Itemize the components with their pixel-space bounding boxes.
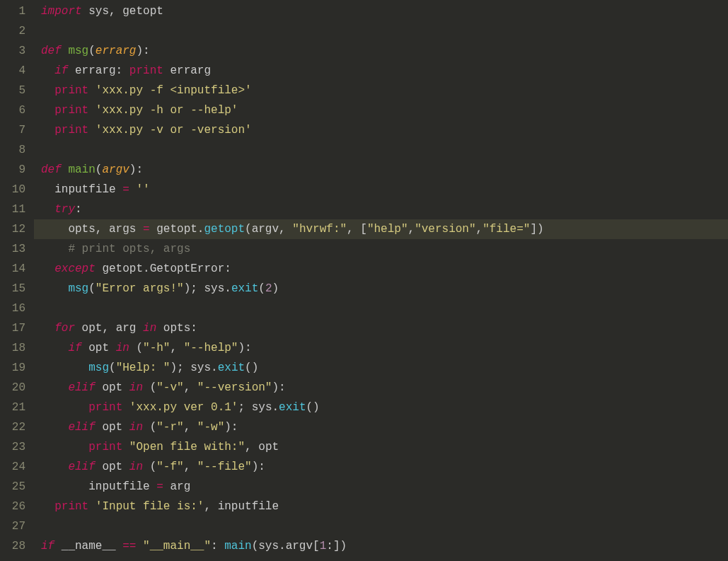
token-str: "Error args!" <box>96 282 184 295</box>
code-line[interactable]: elif opt in ("-f", "--file"): <box>41 457 728 477</box>
token-pun: ): <box>129 163 143 176</box>
token-kw2: print <box>54 104 88 117</box>
token-pun <box>41 500 54 513</box>
token-pun: ): <box>238 342 251 354</box>
line-number: 1 <box>0 1 25 21</box>
code-line[interactable]: print 'xxx.py -f <inputfile>' <box>41 81 728 100</box>
token-pun: ( <box>109 362 116 374</box>
code-line[interactable]: except getopt.GetoptError: <box>41 259 728 279</box>
code-line[interactable]: try: <box>41 199 728 219</box>
token-kw: elif <box>68 421 95 434</box>
code-line[interactable]: print 'xxx.py -h or --help' <box>41 100 728 120</box>
line-number: 19 <box>0 358 25 378</box>
line-number: 16 <box>0 299 25 318</box>
token-str: 'xxx.py -f <inputfile>' <box>96 84 252 97</box>
code-line[interactable]: for opt, arg in opts: <box>41 318 728 338</box>
token-pun: inputfile <box>41 183 122 196</box>
token-pun <box>88 500 96 513</box>
line-number: 17 <box>0 318 25 338</box>
line-number-gutter: 1234567891011121314151617181920212223242… <box>0 0 34 561</box>
token-kw: def <box>41 163 68 176</box>
token-pun <box>41 342 68 354</box>
line-number: 27 <box>0 516 25 536</box>
line-number: 11 <box>0 199 25 219</box>
code-area[interactable]: import sys, getopt def msg(errarg): if e… <box>34 0 728 561</box>
token-kw2: print <box>54 500 88 513</box>
code-line[interactable]: print 'xxx.py -v or -version' <box>41 120 728 140</box>
code-line[interactable]: if opt in ("-h", "--help"): <box>41 338 728 358</box>
token-kw: in <box>143 322 156 335</box>
code-line[interactable]: elif opt in ("-v", "--version"): <box>41 378 728 398</box>
token-kw2: print <box>54 124 88 137</box>
code-line[interactable]: def main(argv): <box>41 160 728 180</box>
code-line[interactable]: inputfile = '' <box>41 180 728 199</box>
token-pun <box>41 362 88 374</box>
token-pun: (argv, <box>245 223 292 236</box>
token-pun <box>129 183 137 196</box>
line-number: 24 <box>0 457 25 477</box>
line-number: 2 <box>0 21 25 41</box>
token-pun: errarg: <box>68 64 129 77</box>
token-pun: getopt.GetoptError: <box>96 262 231 275</box>
token-pun: arg <box>163 480 190 493</box>
token-call: msg <box>88 362 109 374</box>
code-line[interactable]: msg("Help: "); sys.exit() <box>41 358 728 378</box>
line-number: 14 <box>0 259 25 279</box>
token-call: exit <box>279 401 306 414</box>
token-pun <box>41 441 88 453</box>
code-line[interactable]: if errarg: print errarg <box>41 61 728 81</box>
token-pun: opt <box>96 381 129 394</box>
line-number: 5 <box>0 81 25 100</box>
code-line[interactable] <box>41 299 728 318</box>
code-line[interactable] <box>41 21 728 41</box>
code-line[interactable]: print 'Input file is:', inputfile <box>41 497 728 516</box>
code-line[interactable]: import sys, getopt <box>41 1 728 21</box>
token-pun: opt, arg <box>75 322 143 335</box>
token-op: == <box>122 540 136 553</box>
token-kw: in <box>129 381 143 394</box>
token-pun: ( <box>88 282 96 295</box>
token-pun: ): <box>224 421 238 434</box>
token-str: 'xxx.py -h or --help' <box>96 104 238 117</box>
token-op: = <box>156 480 163 493</box>
code-line[interactable]: # print opts, args <box>41 239 728 259</box>
code-line[interactable]: print 'xxx.py ver 0.1'; sys.exit() <box>41 398 728 417</box>
token-pun: ( <box>143 381 156 394</box>
token-str: "-f" <box>156 461 183 473</box>
token-pun: , <box>184 421 197 434</box>
token-pun: ): <box>252 461 265 473</box>
token-kw: in <box>116 342 129 354</box>
token-pun <box>41 381 68 394</box>
code-line[interactable]: opts, args = getopt.getopt(argv, "hvrwf:… <box>34 219 728 239</box>
token-pun: : <box>75 203 82 216</box>
code-line[interactable]: inputfile = arg <box>41 477 728 497</box>
token-pun: , <box>184 381 197 394</box>
code-editor[interactable]: 1234567891011121314151617181920212223242… <box>0 0 728 561</box>
line-number: 10 <box>0 180 25 199</box>
token-str: "Help: " <box>116 362 171 374</box>
token-pun <box>41 322 54 335</box>
token-str: "-v" <box>156 381 183 394</box>
code-line[interactable]: elif opt in ("-r", "-w"): <box>41 417 728 437</box>
line-number: 13 <box>0 239 25 259</box>
line-number: 12 <box>0 219 25 239</box>
token-kw: for <box>54 322 75 335</box>
token-pun: opt <box>96 461 129 473</box>
token-pun: getopt. <box>150 223 204 236</box>
token-kw: def <box>41 45 68 57</box>
code-line[interactable]: def msg(errarg): <box>41 41 728 61</box>
line-number: 22 <box>0 417 25 437</box>
code-line[interactable]: msg("Error args!"); sys.exit(2) <box>41 279 728 299</box>
line-number: 4 <box>0 61 25 81</box>
token-pun: ( <box>129 342 143 354</box>
code-line[interactable] <box>41 516 728 536</box>
code-line[interactable] <box>41 140 728 160</box>
token-call: main <box>224 540 251 553</box>
token-pun <box>41 203 54 216</box>
line-number: 8 <box>0 140 25 160</box>
code-line[interactable]: if __name__ == "__main__": main(sys.argv… <box>41 536 728 556</box>
token-pun: , <box>408 223 415 236</box>
token-str: '' <box>136 183 149 196</box>
code-line[interactable]: print "Open file with:", opt <box>41 437 728 457</box>
token-kw2: print <box>88 441 122 453</box>
